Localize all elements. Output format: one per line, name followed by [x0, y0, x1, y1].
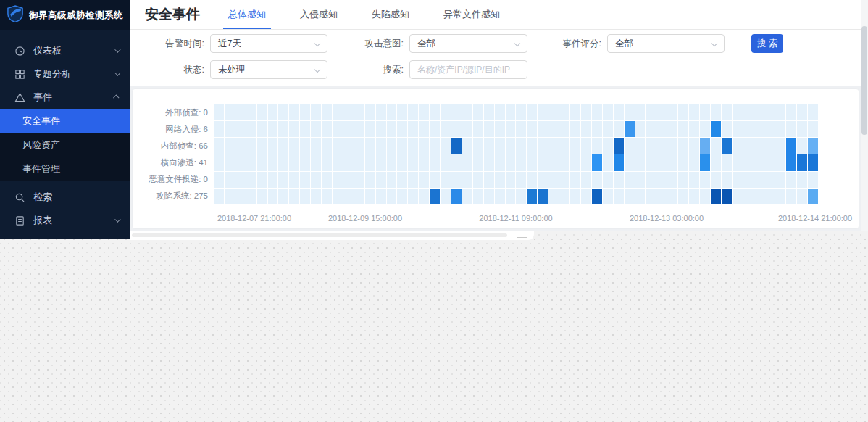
heatmap-row-label: 网络入侵: 6: [133, 121, 208, 138]
heatmap-cell: [678, 121, 688, 137]
heatmap-cell: [365, 138, 375, 154]
heatmap-cell[interactable]: [797, 154, 807, 170]
drag-handle-icon[interactable]: [517, 233, 527, 238]
heatmap-cell[interactable]: [614, 138, 624, 154]
heatmap-cell: [743, 121, 754, 137]
heatmap-cell: [376, 121, 386, 137]
heatmap-row-label: 外部侦查: 0: [133, 104, 208, 121]
heatmap-cell[interactable]: [614, 154, 624, 170]
sidebar-item-search[interactable]: 检索: [0, 186, 130, 209]
heatmap-cell: [722, 121, 732, 137]
attack-intent-label: 攻击意图:: [359, 38, 404, 50]
horizontal-scrollbar-track[interactable]: [132, 233, 507, 237]
heatmap-cell: [754, 154, 764, 170]
heatmap-cell: [614, 121, 624, 137]
heatmap-cell[interactable]: [538, 189, 548, 204]
vertical-scrollbar[interactable]: [861, 0, 868, 231]
heatmap-cell: [656, 172, 667, 188]
heatmap-cell: [635, 104, 646, 120]
heatmap-cell: [516, 189, 526, 204]
heatmap-cell: [322, 172, 332, 188]
heatmap-cell: [473, 172, 483, 188]
horizontal-scrollbar[interactable]: [130, 231, 534, 240]
event-score-value: 全部: [615, 38, 633, 50]
heatmap-cell[interactable]: [592, 154, 602, 170]
status-select[interactable]: 未处理: [210, 60, 327, 79]
heatmap-cell: [581, 154, 591, 170]
heatmap-cell[interactable]: [451, 138, 462, 154]
tab-overall-perception[interactable]: 总体感知: [223, 0, 271, 29]
heatmap-cell: [722, 104, 732, 120]
sidebar-item-dashboard[interactable]: 仪表板: [0, 39, 130, 62]
sidebar-item-label: 报表: [33, 214, 52, 227]
heatmap-cell[interactable]: [722, 189, 732, 204]
heatmap-cell: [441, 121, 451, 137]
heatmap-cell[interactable]: [786, 154, 796, 170]
heatmap-cell: [408, 121, 418, 137]
heatmap-cell[interactable]: [700, 138, 710, 154]
heatmap-cell: [764, 138, 775, 154]
sidebar-item-events[interactable]: 事件: [0, 86, 130, 109]
heatmap-cell: [246, 189, 256, 204]
attack-intent-select[interactable]: 全部: [409, 34, 527, 53]
app-title: 御界高级威胁检测系统: [29, 9, 123, 22]
heatmap-cell: [764, 154, 775, 170]
heatmap-cell[interactable]: [711, 121, 721, 137]
heatmap-cell: [689, 154, 699, 170]
heatmap-cell[interactable]: [786, 138, 796, 154]
heatmap-cell: [667, 154, 677, 170]
heatmap-cell: [397, 189, 407, 204]
heatmap-cell: [646, 121, 656, 137]
heatmap-cell: [419, 138, 429, 154]
sidebar-item-event-management[interactable]: 事件管理: [0, 157, 130, 181]
heatmap-cell[interactable]: [808, 189, 818, 204]
event-score-select[interactable]: 全部: [607, 34, 725, 53]
tab-compromise-perception[interactable]: 失陷感知: [367, 0, 414, 29]
heatmap-cell[interactable]: [711, 189, 721, 204]
page-title: 安全事件: [145, 5, 200, 24]
heatmap-cell[interactable]: [700, 154, 710, 170]
sidebar-item-analysis[interactable]: 专题分析: [0, 62, 130, 86]
sidebar-item-reports[interactable]: 报表: [0, 209, 130, 232]
chevron-down-icon: [114, 216, 120, 222]
heatmap-cell: [495, 104, 505, 120]
heatmap-cell: [387, 104, 397, 120]
search-button[interactable]: 搜 索: [751, 34, 783, 53]
heatmap-cell: [786, 121, 796, 137]
heatmap-cell: [257, 154, 267, 170]
tab-abnormal-file-perception[interactable]: 异常文件感知: [438, 0, 505, 29]
heatmap-cell: [625, 138, 635, 154]
sidebar-item-security-events[interactable]: 安全事件: [0, 109, 130, 133]
heatmap-cell: [484, 138, 494, 154]
heatmap-cell[interactable]: [722, 138, 732, 154]
heatmap-cell[interactable]: [592, 189, 602, 204]
heatmap-cell[interactable]: [430, 189, 440, 204]
filter-bar: 告警时间: 近7天 攻击意图: 全部 事件评分: 全部 搜 索 状态: 未处理: [130, 30, 861, 86]
heatmap-cell[interactable]: [808, 154, 818, 170]
heatmap-cell: [614, 172, 624, 188]
chevron-down-icon: [314, 41, 320, 46]
heatmap-cell: [775, 138, 785, 154]
heatmap-cell[interactable]: [527, 189, 537, 204]
heatmap-cell: [592, 138, 602, 154]
heatmap-cell: [808, 121, 818, 137]
heatmap-cell: [764, 172, 775, 188]
keyword-search-input[interactable]: [409, 60, 527, 79]
grid-icon: [14, 69, 25, 80]
heatmap-cell[interactable]: [808, 138, 818, 154]
tab-intrusion-perception[interactable]: 入侵感知: [295, 0, 343, 29]
heatmap-cell: [430, 154, 440, 170]
heatmap-cell: [646, 104, 656, 120]
heatmap-cell: [333, 104, 343, 120]
heatmap-cell: [365, 189, 375, 204]
alert-time-select[interactable]: 近7天: [210, 34, 327, 53]
heatmap-cell: [516, 172, 526, 188]
heatmap-cell: [419, 189, 429, 204]
heatmap-cell: [678, 138, 688, 154]
heatmap-cell[interactable]: [625, 121, 635, 137]
sidebar-item-risk-assets[interactable]: 风险资产: [0, 133, 130, 157]
heatmap-cell: [354, 121, 364, 137]
heatmap-cell: [473, 104, 483, 120]
vertical-scrollbar-thumb[interactable]: [861, 26, 867, 135]
heatmap-cell[interactable]: [451, 189, 462, 204]
